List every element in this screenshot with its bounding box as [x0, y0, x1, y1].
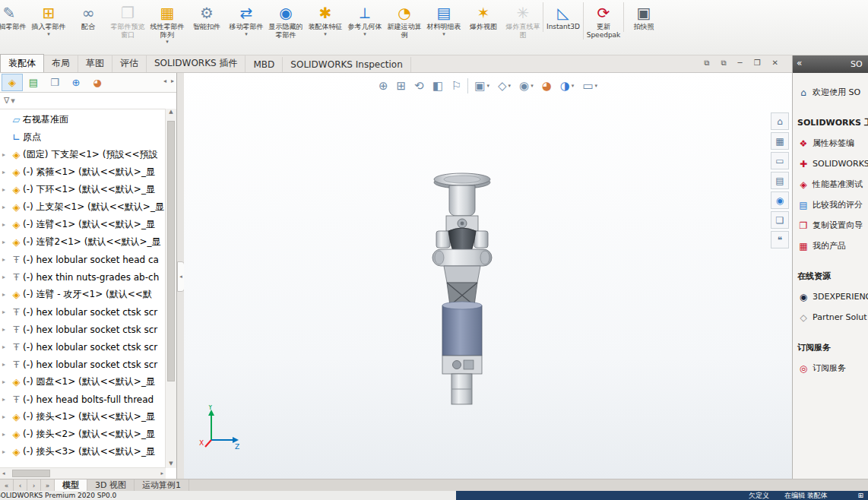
component[interactable]: ▸ ◈ (-) 接头<1> (默认<<默认>_显 [0, 408, 166, 426]
component[interactable]: ▸ ◈ (-) 连臂 - 攻牙<1> (默认<<默 [0, 286, 166, 303]
tools-header[interactable]: SOLIDWORKS 工 [793, 112, 868, 133]
document-tab[interactable]: 运动算例1 [135, 479, 189, 491]
expand-arrow-icon[interactable]: ▸ [2, 274, 10, 280]
restore-icon[interactable]: ❐ [754, 59, 761, 68]
next-tab-button[interactable]: › [27, 479, 41, 491]
scroll-right-icon[interactable]: ▸ [160, 470, 163, 476]
tree-filter-bar[interactable]: ∇ ▾ [0, 93, 176, 109]
scroll-left-icon[interactable]: ◂ [163, 78, 166, 84]
instant3d-button[interactable]: ◺ Instant3D ▾ [543, 2, 583, 32]
expand-arrow-icon[interactable]: ▸ [2, 343, 10, 350]
take-snapshot-button[interactable]: ▣ 拍快照 ▾ [623, 2, 664, 32]
component[interactable]: ▸ ◈ (-) 连臂2<1> (默认<<默认>_显 [0, 233, 166, 251]
subscription-header[interactable]: 订阅服务 [793, 337, 868, 358]
featuremanager-tab[interactable]: ◈ [2, 74, 23, 91]
move-component-button[interactable]: ⇄ 移动零部件 ▾ [227, 2, 266, 38]
expand-arrow-icon[interactable]: ▸ [2, 204, 10, 210]
mate-button[interactable]: ∞ 配合 ▾ [68, 2, 108, 32]
expand-arrow-icon[interactable]: ▸ [2, 431, 10, 438]
fastener[interactable]: ▸ Ŧ (-) hex lobular socket ctsk scr [0, 338, 166, 356]
online-resources-header[interactable]: 在线资源 [793, 266, 868, 286]
component[interactable]: ▸ ◈ (-) 下环<1> (默认<<默认>_显 [0, 181, 166, 198]
display-pane-button[interactable]: ❏ [771, 211, 789, 229]
graphics-area[interactable]: ⊕ ▾ ⊞ ▾ ⟲ ▾ ◧ ▾ ⚐ ▾ ▣ [184, 73, 792, 479]
component[interactable]: ▸ ◈ (-) 上支架<1> (默认<<默认>_显 [0, 198, 166, 216]
expand-arrow-icon[interactable]: ▸ [2, 186, 10, 193]
partner-solutions[interactable]: ◇ Partner Solut [793, 307, 868, 328]
scrollbar-thumb[interactable] [167, 121, 175, 381]
component[interactable]: ▸ ◈ (-) 接头<2> (默认<<默认>_显 [0, 426, 166, 443]
view-settings-button[interactable]: ▭ ▾ [580, 78, 600, 93]
fastener[interactable]: ▸ Ŧ (-) hex lobular socket head ca [0, 251, 166, 268]
command-tab[interactable]: MBD [246, 57, 283, 72]
origin[interactable]: ▸ ∟ 原点 [0, 128, 166, 146]
command-tab[interactable]: 草图 [78, 55, 112, 72]
scroll-right-icon[interactable]: ▸ [171, 78, 174, 84]
fastener[interactable]: ▸ Ŧ (-) hex thin nuts-grades ab-ch [0, 268, 166, 286]
first-tab-button[interactable]: « [0, 479, 14, 491]
expand-arrow-icon[interactable]: ▸ [2, 291, 10, 298]
command-tab[interactable]: SOLIDWORKS Inspection [283, 57, 410, 72]
copy-settings-wizard[interactable]: ❐ 复制设置向导 [793, 215, 868, 236]
document-tab[interactable]: 3D 视图 [87, 479, 135, 491]
expand-arrow-icon[interactable]: ▸ [2, 396, 10, 403]
subscription-services[interactable]: ◎ 订阅服务 [793, 358, 868, 378]
section-view-button[interactable]: ◧ ▾ [430, 78, 445, 93]
expand-arrow-icon[interactable]: ▸ [2, 221, 10, 228]
command-tab[interactable]: 布局 [44, 55, 78, 72]
comments-button[interactable]: ❝ [771, 231, 789, 248]
fastener[interactable]: ▸ Ŧ (-) hex lobular socket ctsk scr [0, 303, 166, 321]
displaymanager-tab[interactable]: ◕ [87, 74, 108, 91]
previous-tab-button[interactable]: ‹ [14, 479, 27, 491]
zoom-to-area-button[interactable]: ⊞ ▾ [394, 78, 409, 93]
smart-fasteners-button[interactable]: ⚙ 智能扣件 ▾ [187, 2, 227, 32]
scrollbar-thumb[interactable] [12, 470, 50, 477]
explode-line-sketch-button[interactable]: ✳ 爆炸直线草图 ▾ [503, 2, 543, 40]
component[interactable]: ▸ ◈ (固定) 下支架<1> (預設<<預設 [0, 146, 166, 163]
property-tab-builder[interactable]: ❖ 属性标签编 [793, 133, 868, 153]
appearances-button[interactable]: ◉ [771, 191, 789, 209]
expand-arrow-icon[interactable]: ▸ [2, 169, 10, 176]
scroll-left-icon[interactable]: ◂ [2, 470, 5, 476]
expand-arrow-icon[interactable]: ▸ [2, 326, 10, 333]
fastener[interactable]: ▸ Ŧ (-) hex lobular socket ctsk scr [0, 321, 166, 338]
hide-show-items-button[interactable]: ◉ ▾ [517, 78, 536, 93]
home-button[interactable]: ⌂ [771, 112, 789, 130]
dynamic-annotation-button[interactable]: ⚐ ▾ [449, 78, 464, 93]
component-preview-window-button[interactable]: ❐ 零部件预览窗口 ▾ [108, 2, 147, 40]
expand-arrow-icon[interactable]: ▸ [2, 239, 10, 245]
expand-arrow-icon[interactable]: ▸ [2, 378, 10, 385]
expand-arrow-icon[interactable]: ▸ [2, 413, 10, 420]
insert-component-button[interactable]: ⊞ 插入零部件 ▾ [29, 2, 68, 38]
expand-arrow-icon[interactable]: ▸ [2, 448, 10, 455]
expand-arrow-icon[interactable]: ▸ [2, 256, 10, 263]
minimize-icon[interactable]: ─ [738, 59, 743, 68]
exploded-view-button[interactable]: ✶ 爆炸视图 ▾ [464, 2, 503, 32]
welcome[interactable]: ⌂ 欢迎使用 SO [793, 82, 868, 103]
my-products[interactable]: ▦ 我的产品 [793, 236, 868, 256]
component[interactable]: ▸ ◈ (-) 紧箍<1> (默认<<默认>_显 [0, 163, 166, 181]
fastener[interactable]: ▸ Ŧ (-) hex head bolts-full thread [0, 391, 166, 408]
view-orientation-button[interactable]: ▣ ▾ [467, 78, 492, 93]
component[interactable]: ▸ ◈ (-) 连臂<1> (默认<<默认>_显 [0, 216, 166, 233]
filter-caret-icon[interactable]: ▾ [11, 96, 15, 106]
command-tab[interactable]: 装配体 [0, 54, 44, 72]
pane-right-icon[interactable]: ⧉ [721, 59, 726, 68]
3dexperience[interactable]: ◉ 3DEXPERIENC [793, 286, 868, 307]
new-motion-study-button[interactable]: ◔ 新建运动算例 ▾ [385, 2, 424, 40]
tree-horizontal-scrollbar[interactable]: ◂ ▸ [0, 467, 166, 479]
view-cube-button[interactable]: ▦ [771, 132, 789, 150]
expand-arrow-icon[interactable]: ▸ [2, 151, 10, 158]
scroll-down-icon[interactable]: ▼ [166, 460, 176, 467]
show-hidden-components-button[interactable]: ◉ 显示隐藏的零部件 ▾ [266, 2, 306, 40]
linear-component-pattern-button[interactable]: ▦ 线性零部件阵列 ▾ [147, 2, 187, 46]
open-folder-button[interactable]: ▭ [771, 152, 789, 169]
zoom-to-fit-button[interactable]: ⊕ ▾ [376, 78, 391, 93]
dimxpertmanager-tab[interactable]: ⊕ [65, 74, 87, 91]
apply-scene-button[interactable]: ◑ ▾ [558, 78, 577, 93]
command-tab[interactable]: SOLIDWORKS 插件 [147, 55, 246, 72]
expand-arrow-icon[interactable]: ▸ [2, 361, 10, 368]
fastener[interactable]: ▸ Ŧ (-) hex lobular socket ctsk scr [0, 356, 166, 373]
expand-arrow-icon[interactable]: ▸ [2, 309, 10, 315]
scroll-up-icon[interactable]: ▲ [169, 109, 173, 115]
